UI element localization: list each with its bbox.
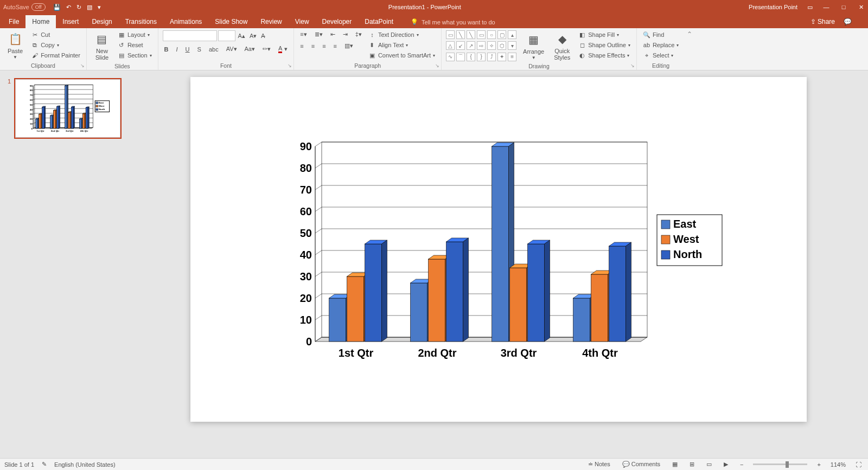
gallery-up-icon[interactable]: ▴ bbox=[508, 30, 516, 39]
tab-animations[interactable]: Animations bbox=[163, 15, 208, 28]
shape-curve-icon[interactable]: ∿ bbox=[446, 53, 455, 61]
numbering-button[interactable]: ≣▾ bbox=[313, 30, 324, 38]
comments-icon[interactable]: 💬 bbox=[844, 18, 852, 25]
spellcheck-icon[interactable]: ✎ bbox=[42, 461, 47, 468]
share-button[interactable]: ⇪ Share bbox=[810, 18, 835, 25]
chart-object[interactable]: 01020304050607080901st Qtr2nd Qtr3rd Qtr… bbox=[283, 141, 733, 369]
shape-fill-button[interactable]: ◧Shape Fill▾ bbox=[577, 30, 632, 39]
replace-button[interactable]: abReplace▾ bbox=[641, 41, 680, 49]
save-icon[interactable]: 💾 bbox=[53, 4, 61, 11]
normal-view-button[interactable]: ▦ bbox=[670, 461, 680, 468]
reset-button[interactable]: ↺Reset bbox=[116, 41, 154, 49]
tab-file[interactable]: File bbox=[2, 15, 25, 28]
shape-brace-icon[interactable]: { bbox=[467, 53, 475, 61]
change-case-button[interactable]: Aa▾ bbox=[243, 44, 257, 54]
gallery-down-icon[interactable]: ▾ bbox=[508, 41, 516, 50]
zoom-slider[interactable] bbox=[753, 463, 807, 465]
format-painter-button[interactable]: 🖌Format Painter bbox=[29, 51, 82, 60]
shape-connector-icon[interactable]: ⤴ bbox=[487, 53, 496, 61]
fit-to-window-button[interactable]: ⛶ bbox=[853, 461, 864, 468]
align-center-button[interactable]: ≡ bbox=[310, 42, 316, 50]
shape-line-icon[interactable]: ╲ bbox=[456, 30, 465, 39]
section-button[interactable]: ▤Section▾ bbox=[116, 51, 154, 60]
paste-button[interactable]: 📋 Paste ▼ bbox=[4, 30, 26, 61]
align-text-button[interactable]: ⬍Align Text▾ bbox=[367, 41, 437, 49]
decrease-indent-button[interactable]: ⇤ bbox=[329, 30, 337, 38]
increase-indent-button[interactable]: ⇥ bbox=[341, 30, 349, 38]
shape-star-icon[interactable]: ✧ bbox=[487, 41, 496, 50]
tab-design[interactable]: Design bbox=[85, 15, 118, 28]
paragraph-dialog-launcher[interactable]: ↘ bbox=[435, 63, 439, 68]
zoom-out-button[interactable]: − bbox=[738, 461, 745, 468]
select-button[interactable]: ⌖Select▾ bbox=[641, 51, 680, 60]
bullets-button[interactable]: ≡▾ bbox=[298, 30, 308, 38]
tab-insert[interactable]: Insert bbox=[56, 15, 85, 28]
presentation-point-label[interactable]: Presentation Point bbox=[749, 4, 797, 10]
minimize-button[interactable]: — bbox=[822, 4, 830, 10]
line-spacing-button[interactable]: ‡▾ bbox=[354, 30, 363, 38]
shape-star2-icon[interactable]: ✦ bbox=[497, 53, 506, 61]
zoom-level[interactable]: 114% bbox=[831, 461, 846, 468]
notes-button[interactable]: ≐ Notes bbox=[586, 461, 612, 468]
zoom-slider-thumb[interactable] bbox=[786, 461, 789, 468]
shape-arrowL-icon[interactable]: ↙ bbox=[456, 41, 465, 50]
find-button[interactable]: 🔍Find bbox=[641, 30, 680, 39]
align-right-button[interactable]: ≡ bbox=[321, 42, 327, 50]
strikethrough-button[interactable]: abc bbox=[207, 44, 220, 54]
tab-transitions[interactable]: Transitions bbox=[119, 15, 163, 28]
text-direction-button[interactable]: ↕Text Direction▾ bbox=[367, 30, 437, 39]
shape-tri-icon[interactable]: △ bbox=[446, 41, 455, 50]
undo-icon[interactable]: ↶ bbox=[66, 4, 71, 11]
font-size-input[interactable] bbox=[218, 30, 235, 41]
tab-developer[interactable]: Developer bbox=[316, 15, 359, 28]
slide-thumbnail-1[interactable]: 01020304050607080901st Qtr2nd Qtr3rd Qtr… bbox=[14, 78, 122, 139]
copy-button[interactable]: ⧉Copy▾ bbox=[29, 41, 82, 49]
shape-rounded-icon[interactable]: ▢ bbox=[497, 30, 506, 39]
comments-button[interactable]: 💬 Comments bbox=[620, 461, 662, 468]
shape-rect2-icon[interactable]: ▭ bbox=[477, 30, 486, 39]
tab-home[interactable]: Home bbox=[25, 15, 56, 28]
italic-button[interactable]: I bbox=[175, 44, 180, 54]
tab-datapoint[interactable]: DataPoint bbox=[358, 15, 400, 28]
maximize-button[interactable]: □ bbox=[840, 4, 847, 10]
language-status[interactable]: English (United States) bbox=[54, 461, 116, 468]
ribbon-display-options-icon[interactable]: ▭ bbox=[807, 4, 813, 11]
clipboard-dialog-launcher[interactable]: ↘ bbox=[80, 63, 85, 68]
layout-button[interactable]: ▦Layout▾ bbox=[116, 30, 154, 39]
gallery-more-icon[interactable]: ≡ bbox=[508, 53, 516, 61]
columns-button[interactable]: ▥▾ bbox=[343, 42, 355, 50]
slideshow-view-button[interactable]: ▶ bbox=[722, 461, 730, 468]
font-dialog-launcher[interactable]: ↘ bbox=[288, 63, 292, 68]
character-spacing-button[interactable]: AV▾ bbox=[225, 44, 239, 54]
shape-line2-icon[interactable]: ╲ bbox=[467, 30, 475, 39]
convert-smartart-button[interactable]: ▣Convert to SmartArt▾ bbox=[367, 51, 437, 60]
close-button[interactable]: ✕ bbox=[857, 4, 865, 11]
font-color-button[interactable]: A▾ bbox=[277, 44, 289, 54]
shape-oval-icon[interactable]: ○ bbox=[487, 30, 496, 39]
shape-rect-icon[interactable]: ▭ bbox=[446, 30, 455, 39]
start-from-beginning-icon[interactable]: ▧ bbox=[87, 4, 92, 11]
decrease-font-button[interactable]: A▾ bbox=[248, 32, 258, 40]
shape-arrow-icon[interactable]: ⇨ bbox=[477, 41, 486, 50]
shape-outline-button[interactable]: ◻Shape Outline▾ bbox=[577, 41, 632, 49]
font-family-input[interactable] bbox=[163, 30, 217, 41]
shape-brace2-icon[interactable]: } bbox=[477, 53, 486, 61]
underline-button[interactable]: U bbox=[184, 44, 192, 54]
collapse-ribbon-button[interactable]: ⌃ bbox=[685, 28, 694, 70]
quick-styles-button[interactable]: ◆ Quick Styles bbox=[551, 30, 573, 62]
shape-effects-button[interactable]: ◐Shape Effects▾ bbox=[577, 51, 632, 60]
slide-count[interactable]: Slide 1 of 1 bbox=[4, 461, 34, 468]
reading-view-button[interactable]: ▭ bbox=[704, 461, 714, 468]
shadow-button[interactable]: S bbox=[196, 44, 203, 54]
autosave-toggle[interactable]: AutoSave Off bbox=[3, 3, 46, 11]
font-highlight-button[interactable]: ✏▾ bbox=[261, 44, 272, 54]
new-slide-button[interactable]: ▤ New Slide bbox=[91, 30, 113, 62]
redo-icon[interactable]: ↻ bbox=[76, 4, 81, 11]
shapes-gallery[interactable]: ▭╲╲▭○▢▴ △↙↗⇨✧⬡▾ ∿⌒{}⤴✦≡ bbox=[446, 30, 516, 62]
tab-slideshow[interactable]: Slide Show bbox=[208, 15, 254, 28]
justify-button[interactable]: ≡ bbox=[332, 42, 339, 50]
tab-view[interactable]: View bbox=[289, 15, 316, 28]
tell-me-search[interactable]: 💡 Tell me what you want to do bbox=[411, 18, 495, 28]
slide-editor[interactable]: 01020304050607080901st Qtr2nd Qtr3rd Qtr… bbox=[129, 70, 868, 458]
zoom-in-button[interactable]: + bbox=[815, 461, 822, 468]
